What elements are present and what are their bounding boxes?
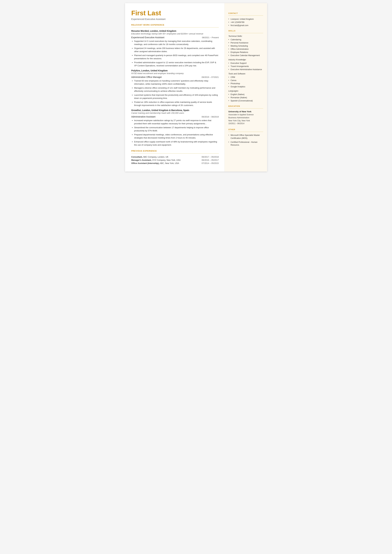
edu-location: New York City, New York	[228, 119, 263, 122]
job-2-bullets: Trained 83 new employees on handling cus…	[131, 79, 219, 107]
job-2-header: Administrative Office Manager 09/2019 – …	[131, 76, 219, 78]
prev-job-3: Office Assistant (Internship), ABC, New …	[131, 162, 219, 164]
left-column: First Last Experienced Executive Assista…	[125, 3, 224, 171]
tools-list: CRM Canva Photoshop Google Analytics	[228, 76, 263, 88]
job-3-company: Growthsi, London, United Kingdom & Barce…	[131, 109, 219, 112]
job-1-title: Experienced Executive Assistant	[131, 36, 165, 39]
industry-knowledge-category: Industry Knowledge:	[228, 59, 263, 61]
languages-category: Languages:	[228, 90, 263, 92]
edu-field: Business Administration	[228, 116, 263, 119]
job-2-bullet-3: Launched systems that improved the produ…	[131, 93, 219, 100]
language-english: English (Native)	[228, 93, 263, 96]
skill-crm: CRM	[228, 76, 263, 79]
previous-exp-title: PREVIOUS EXPERIENCE	[131, 150, 219, 152]
contact-divider	[228, 15, 263, 16]
job-3-bullet-3: Prepared departmental meetings, video co…	[131, 133, 219, 139]
other-item-2: Certified Professional - Human Resource.	[228, 141, 263, 147]
job-3-bullet-2: Streamlined the communication between 17…	[131, 126, 219, 132]
job-1-bullets: Supported 14 C-Level executives by manag…	[131, 40, 219, 67]
prev-job-2-label: Manager's Assistant, XYZ Company, New Yo…	[131, 159, 199, 161]
job-1-bullet-3: Planned and managed quarterly in-person …	[131, 54, 219, 60]
job-2-bullet-2: Managed a diverse office consisting of 1…	[131, 86, 219, 92]
edu-institution: University of New York	[228, 110, 263, 113]
job-1-bullet-1: Supported 14 C-Level executives by manag…	[131, 40, 219, 46]
contact-title: CONTACT	[228, 12, 263, 14]
prev-job-1: Consultant, ABC Company, London, UK 06/2…	[131, 156, 219, 158]
skill-meeting-scheduling: Meeting Scheduling	[228, 44, 263, 48]
job-2-company: Polyhire, London, United Kingdom	[131, 69, 219, 72]
prev-job-1-date: 06/2017 – 05/2018	[202, 156, 219, 158]
job-1-header: Experienced Executive Assistant 08/2021 …	[131, 36, 219, 39]
previous-exp-divider	[131, 153, 219, 154]
prev-job-2-date: 06/2016 – 05/2017	[202, 159, 219, 161]
job-1-italic: Education technology startup with 50+ em…	[131, 33, 219, 35]
technical-skills-category: Technical Skills:	[228, 35, 263, 37]
job-1-date: 08/2021 – Present	[202, 36, 219, 39]
skill-canva: Canva	[228, 79, 263, 82]
languages-list: English (Native) Romanian (Native) Spani…	[228, 93, 263, 102]
job-2: Polyhire, London, United Kingdom NYSE-li…	[131, 69, 219, 107]
candidate-name: First Last	[131, 9, 219, 17]
prev-job-1-label: Consultant, ABC Company, London, UK	[131, 156, 199, 158]
job-2-bullet-1: Trained 83 new employees on handling cus…	[131, 79, 219, 85]
industry-knowledge-list: Executive Support Travel Arrangements Ex…	[228, 62, 263, 71]
skill-office-administration: Office Administration	[228, 48, 263, 51]
resume-container: First Last Experienced Executive Assista…	[125, 3, 267, 171]
skill-google-analytics: Google Analytics	[228, 85, 263, 88]
job-1-bullet-2: Organized 24 meetings, wrote 200 busines…	[131, 47, 219, 53]
skill-photoshop: Photoshop	[228, 82, 263, 85]
skill-personal-assistance: Personal Assistance	[228, 41, 263, 44]
relevant-work-divider	[131, 27, 219, 28]
skill-exec-calendar: Executive Calendar Management	[228, 54, 263, 57]
job-3-bullet-4: Enhanced office supply overheard north o…	[131, 140, 219, 146]
contact-phone: +44 123456789	[228, 21, 263, 24]
job-1: Resume Worded, London, United Kingdom Ed…	[131, 30, 219, 67]
skill-exec-support: Executive Support	[228, 62, 263, 65]
edu-degree: Associate in Applied Science	[228, 113, 263, 116]
skills-title: SKILLS	[228, 30, 263, 32]
job-2-bullet-4: Posted an 18% reduction in office expens…	[131, 101, 219, 107]
job-3-header: Administrative Assistant 06/2018 – 08/20…	[131, 115, 219, 118]
language-romanian: Romanian (Native)	[228, 96, 263, 99]
contact-list: Liverpool, United Kingdom +44 123456789 …	[228, 18, 263, 27]
prev-job-3-label: Office Assistant (Internship), ABC, New …	[131, 162, 199, 164]
job-3-bullet-1: Increased employee satisfaction ratings …	[131, 119, 219, 125]
other-title: OTHER	[228, 129, 263, 130]
job-3-title: Administrative Assistant	[131, 115, 155, 118]
technical-skills-list: Calendaring Personal Assistance Meeting …	[228, 38, 263, 57]
right-column: CONTACT Liverpool, United Kingdom +44 12…	[224, 3, 267, 171]
skill-employee-relations: Employee Relations	[228, 51, 263, 54]
language-spanish: Spanish (Conversational)	[228, 99, 263, 102]
job-2-date: 09/2019 – 07/2021	[202, 76, 219, 78]
job-3-date: 06/2018 – 08/2019	[202, 116, 219, 118]
job-1-bullet-4: Provided administrative support to 12 se…	[131, 61, 219, 67]
tools-category: Tools and Software:	[228, 73, 263, 75]
skill-exec-admin-assistance: Executive Administrative Assistance	[228, 68, 263, 71]
education-title: EDUCATION	[228, 105, 263, 107]
contact-location: Liverpool, United Kingdom	[228, 18, 263, 21]
candidate-subtitle: Experienced Executive Assistant	[131, 18, 219, 20]
job-3: Growthsi, London, United Kingdom & Barce…	[131, 109, 219, 146]
skill-travel-arrangements: Travel Arrangements	[228, 65, 263, 68]
job-2-italic: NYSE-listed recruitment and employer bra…	[131, 72, 219, 75]
job-3-italic: Career training and membership SaaS with…	[131, 112, 219, 114]
job-1-company: Resume Worded, London, United Kingdom	[131, 30, 219, 32]
edu-dates: 10/2011 - 06/2014	[228, 122, 263, 125]
job-2-title: Administrative Office Manager	[131, 76, 162, 78]
prev-job-3-date: 07/2014 – 05/2015	[202, 162, 219, 164]
prev-job-2: Manager's Assistant, XYZ Company, New Yo…	[131, 159, 219, 161]
skill-calendaring: Calendaring	[228, 38, 263, 41]
contact-email: first.last@gmail.com	[228, 24, 263, 27]
relevant-work-title: RELEVANT WORK EXPERIENCE	[131, 24, 219, 26]
other-item-1: Microsoft Office Specialist Master Certi…	[228, 134, 263, 140]
job-3-bullets: Increased employee satisfaction ratings …	[131, 119, 219, 146]
